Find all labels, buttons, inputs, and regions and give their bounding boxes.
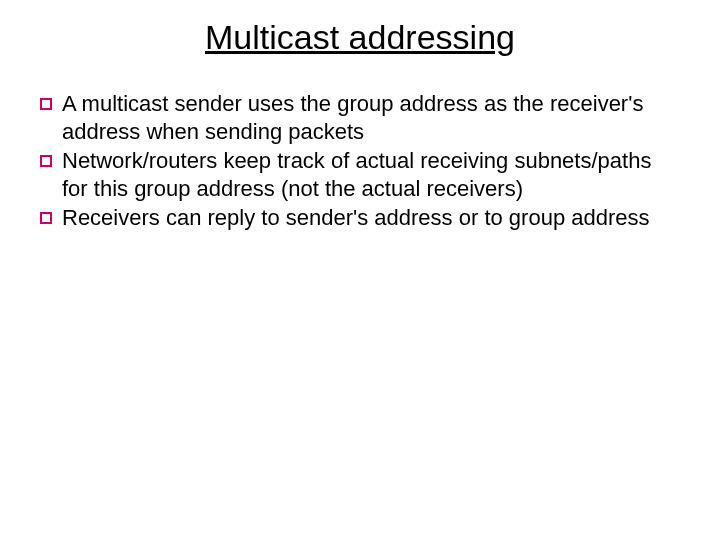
square-bullet-icon [40, 155, 52, 167]
square-bullet-icon [40, 98, 52, 110]
slide: Multicast addressing A multicast sender … [0, 0, 720, 540]
bullet-text: A multicast sender uses the group addres… [62, 90, 680, 145]
bullet-text: Network/routers keep track of actual rec… [62, 147, 680, 202]
square-bullet-icon [40, 212, 52, 224]
list-item: Network/routers keep track of actual rec… [40, 147, 680, 202]
slide-body: A multicast sender uses the group addres… [40, 90, 680, 234]
bullet-text: Receivers can reply to sender's address … [62, 204, 680, 232]
list-item: A multicast sender uses the group addres… [40, 90, 680, 145]
slide-title: Multicast addressing [0, 18, 720, 57]
list-item: Receivers can reply to sender's address … [40, 204, 680, 232]
